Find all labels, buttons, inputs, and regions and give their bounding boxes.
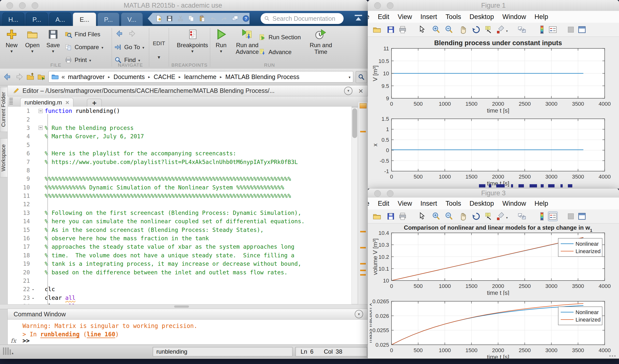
data-cursor-icon[interactable] xyxy=(484,212,493,221)
find-files-button[interactable]: Find Files xyxy=(65,29,100,39)
menu-item-edit[interactable]: Edit xyxy=(374,200,394,207)
save-button[interactable]: Save▼ xyxy=(42,28,64,53)
back-icon[interactable] xyxy=(3,72,12,81)
toolstrip-tab-2[interactable]: A... xyxy=(49,13,71,26)
menu-item-desktop[interactable]: Desktop xyxy=(465,13,498,21)
pan-icon[interactable] xyxy=(458,212,467,221)
insert-colorbar-icon[interactable] xyxy=(537,25,546,34)
advance-button[interactable]: Advance xyxy=(259,47,291,57)
code-line-10[interactable]: 10%%%%%%%%%%%% Dynamic Simulation of the… xyxy=(8,183,351,192)
pan-icon[interactable] xyxy=(458,25,467,34)
save-icon[interactable] xyxy=(386,25,395,34)
statusbar-grip-icon[interactable]: ▴ xyxy=(3,347,13,355)
breadcrumb[interactable]: «marthagrover▸Documents▸CACHE▸learncheme… xyxy=(48,71,353,82)
window-controls[interactable] xyxy=(6,2,38,9)
search-folder-button[interactable] xyxy=(356,71,367,83)
help-icon[interactable]: ? xyxy=(242,15,249,22)
close-tab-icon[interactable]: × xyxy=(65,99,69,106)
code-line-6[interactable]: 6% Here is the playlist for the accompan… xyxy=(8,149,351,158)
new-script-icon[interactable] xyxy=(155,15,162,22)
menu-item-help[interactable]: Help xyxy=(530,200,553,207)
figure3-titlebar[interactable]: Figure 3 xyxy=(368,189,619,198)
code-line-12[interactable]: 12 xyxy=(8,200,351,208)
search-input[interactable] xyxy=(272,15,337,22)
code-line-9[interactable]: 9%%%%%%%%%%%%%%%%%%%%%%%%%%%%%%%%%%%%%%%… xyxy=(8,175,351,183)
fold-collapse-icon[interactable] xyxy=(39,126,43,130)
code-line-8[interactable]: 8 xyxy=(8,166,351,175)
menu-item-view[interactable]: View xyxy=(393,200,416,207)
warning-indicator[interactable] xyxy=(360,103,367,108)
warning-tick[interactable] xyxy=(360,247,366,248)
run-and-time-button[interactable]: Run and Time xyxy=(307,28,335,55)
message-indicator-bar[interactable] xyxy=(358,102,368,304)
code-line-24[interactable]: 24-close all xyxy=(8,302,351,304)
menu-item-help[interactable]: Help xyxy=(530,13,553,21)
close-icon[interactable]: × xyxy=(358,87,363,95)
minimize-icon[interactable] xyxy=(19,2,26,9)
code-line-15[interactable]: 15% As in the second screencast (Blendin… xyxy=(8,225,351,234)
menu-item-tools[interactable]: Tools xyxy=(441,200,465,207)
paste-icon[interactable] xyxy=(199,15,206,22)
rotate-3d-icon[interactable] xyxy=(472,25,481,34)
code-line-22[interactable]: 22-clc xyxy=(8,285,351,293)
menu-item-view[interactable]: View xyxy=(393,13,416,21)
up-one-level-icon[interactable] xyxy=(26,72,35,81)
code-line-14[interactable]: 14% here you can simulate the nonlinear … xyxy=(8,217,351,225)
fold-gutter[interactable] xyxy=(36,126,45,130)
editor-tab-runblending[interactable]: runblending.m × xyxy=(20,98,73,107)
breadcrumb-item[interactable]: marthagrover xyxy=(68,73,105,81)
undo-icon[interactable] xyxy=(210,15,217,22)
warning-tick[interactable] xyxy=(360,263,366,264)
code-line-1[interactable]: 1function runblending() xyxy=(8,107,351,115)
disabled-tool-icon[interactable] xyxy=(566,212,575,221)
resize-grip-icon[interactable] xyxy=(609,355,616,357)
code-line-3[interactable]: 3% Run the blending process xyxy=(8,124,351,132)
save-icon[interactable] xyxy=(386,212,395,221)
warning-tick[interactable] xyxy=(360,131,366,132)
minimize-toolstrip-icon[interactable] xyxy=(354,14,363,22)
code-line-17[interactable]: 17% approaches the steady state value of… xyxy=(8,243,351,251)
menu-item-tools[interactable]: Tools xyxy=(441,13,465,21)
code-line-7[interactable]: 7% https://www.youtube.com/playlist?list… xyxy=(8,158,351,166)
open-button[interactable]: Open▼ xyxy=(22,28,43,53)
print-icon[interactable] xyxy=(398,25,407,34)
run-and-advance-button[interactable]: Run and Advance xyxy=(233,28,262,55)
code-line-11[interactable]: 11%%%%%%%%%%%%%%%%%%%%%%%%%%%%%%%%%%%%%%… xyxy=(8,192,351,200)
drag-handle[interactable] xyxy=(9,98,13,105)
data-cursor-icon[interactable] xyxy=(484,25,493,34)
link-plot-icon[interactable] xyxy=(517,212,526,221)
editor-scrollbar[interactable] xyxy=(351,108,358,304)
menu-item-edit[interactable]: Edit xyxy=(374,13,394,21)
menu-item-file[interactable]: File xyxy=(368,200,374,207)
breadcrumb-item[interactable]: learncheme xyxy=(184,73,217,81)
search-documentation-box[interactable] xyxy=(261,13,344,24)
toolstrip-tab-5[interactable]: V... xyxy=(121,13,143,26)
chevron-down-icon[interactable]: ▾ xyxy=(349,75,351,80)
function-link[interactable]: runblending xyxy=(40,331,80,338)
menu-item-file[interactable]: File xyxy=(368,13,374,21)
floppy-icon[interactable] xyxy=(166,15,173,22)
disabled-tool-icon[interactable] xyxy=(566,25,575,34)
open-icon[interactable] xyxy=(372,212,381,221)
fold-collapse-icon[interactable] xyxy=(39,109,43,113)
breadcrumb-item[interactable]: MATLAB Blending Process xyxy=(225,73,299,81)
command-prompt[interactable]: >> xyxy=(22,337,30,344)
insert-colorbar-icon[interactable] xyxy=(537,212,546,221)
insert-legend-icon[interactable] xyxy=(548,212,557,221)
toolstrip-tab-4[interactable]: P... xyxy=(98,13,119,26)
toolstrip-tab-1[interactable]: P... xyxy=(26,13,48,26)
zoom-in-icon[interactable] xyxy=(432,212,441,221)
panel-menu-icon[interactable]: ▼ xyxy=(355,310,363,318)
fold-gutter[interactable] xyxy=(36,109,45,113)
code-line-19[interactable]: 19% tank is a integrating process, it ma… xyxy=(8,260,351,268)
link-plot-icon[interactable] xyxy=(517,25,526,34)
edit-plot-icon[interactable] xyxy=(417,25,426,34)
zoom-out-icon[interactable] xyxy=(445,212,454,221)
forward-icon[interactable] xyxy=(14,72,23,81)
zoom-in-icon[interactable] xyxy=(432,25,441,34)
menu-item-window[interactable]: Window xyxy=(498,13,530,21)
scrollbar-thumb[interactable] xyxy=(352,108,357,138)
code-line-16[interactable]: 16% observe here how the mass fraction i… xyxy=(8,234,351,243)
brush-icon[interactable] xyxy=(496,25,505,34)
insert-legend-icon[interactable] xyxy=(548,25,557,34)
